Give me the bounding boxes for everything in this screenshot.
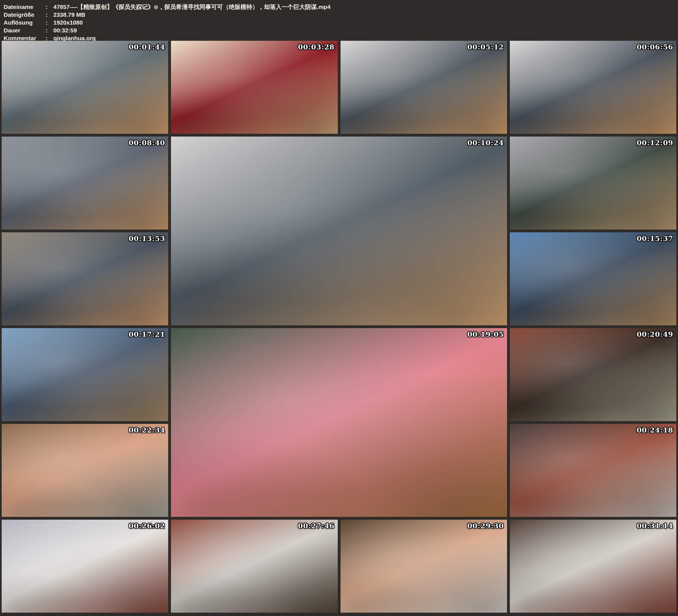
timestamp-overlay: 00:31:14	[637, 522, 673, 530]
timestamp-overlay: 00:19:05	[467, 330, 504, 339]
file-info-row: Dauer : 00:32:59	[4, 27, 674, 34]
file-info-label: Dateigröße	[4, 11, 45, 19]
video-thumbnail: 00:29:30	[341, 519, 507, 613]
timestamp-overlay: 00:24:18	[637, 426, 673, 434]
video-thumbnail: 00:24:18	[510, 424, 676, 517]
duration-value: 00:32:59	[53, 27, 77, 34]
timestamp-overlay: 00:05:12	[467, 43, 504, 51]
video-thumbnail: 00:05:12	[341, 41, 507, 134]
video-thumbnail: 00:17:21	[2, 328, 168, 421]
video-thumbnail-large: 00:19:05	[171, 328, 507, 517]
filesize-value: 2338.79 MB	[53, 11, 85, 19]
file-info-label: Dateiname	[4, 3, 45, 11]
file-info-row: Dateiname : 47857----【精致原创】《探员失踪记》⊙，探员希潼…	[4, 3, 674, 11]
timestamp-overlay: 00:20:49	[637, 330, 673, 339]
file-info-row: Auflösung : 1920x1080	[4, 19, 674, 27]
timestamp-overlay: 00:13:53	[128, 235, 165, 243]
file-info-label: Auflösung	[4, 19, 45, 27]
video-thumbnail: 00:22:34	[2, 424, 168, 517]
file-info-row: Dateigröße : 2338.79 MB	[4, 11, 674, 19]
timestamp-overlay: 00:03:28	[298, 43, 335, 51]
video-thumbnail: 00:20:49	[510, 328, 676, 421]
file-info-separator: :	[45, 3, 50, 11]
timestamp-overlay: 00:26:02	[128, 522, 165, 530]
file-info-separator: :	[45, 11, 50, 19]
video-thumbnail: 00:12:09	[510, 137, 676, 230]
video-thumbnail: 00:01:44	[2, 41, 168, 134]
file-info-header: Dateiname : 47857----【精致原创】《探员失踪记》⊙，探员希潼…	[0, 0, 678, 41]
video-thumbnail: 00:06:56	[510, 41, 676, 134]
timestamp-overlay: 00:27:46	[298, 522, 335, 530]
file-info-separator: :	[45, 27, 50, 34]
timestamp-overlay: 00:12:09	[637, 139, 673, 147]
thumbnail-grid: 00:01:44 00:03:28 00:05:12 00:06:56 00:0…	[2, 41, 676, 613]
file-info-separator: :	[45, 19, 50, 27]
video-thumbnail: 00:08:40	[2, 137, 168, 230]
timestamp-overlay: 00:29:30	[467, 522, 504, 530]
file-info-label: Dauer	[4, 27, 45, 34]
video-thumbnail: 00:27:46	[171, 519, 337, 613]
timestamp-overlay: 00:10:24	[467, 139, 504, 147]
timestamp-overlay: 00:22:34	[128, 426, 165, 434]
video-thumbnail-large: 00:10:24	[171, 137, 507, 325]
video-thumbnail: 00:15:37	[510, 232, 676, 325]
video-thumbnail: 00:26:02	[2, 519, 168, 613]
timestamp-overlay: 00:06:56	[637, 43, 673, 51]
timestamp-overlay: 00:01:44	[128, 43, 165, 51]
video-thumbnail: 00:31:14	[510, 519, 676, 613]
resolution-value: 1920x1080	[53, 19, 83, 27]
video-thumbnail: 00:03:28	[171, 41, 337, 134]
timestamp-overlay: 00:15:37	[637, 235, 673, 243]
filename-value: 47857----【精致原创】《探员失踪记》⊙，探员希潼寻找同事可可（绝版模特）…	[53, 3, 331, 11]
timestamp-overlay: 00:17:21	[128, 330, 165, 339]
timestamp-overlay: 00:08:40	[128, 139, 165, 147]
video-thumbnail: 00:13:53	[2, 232, 168, 325]
